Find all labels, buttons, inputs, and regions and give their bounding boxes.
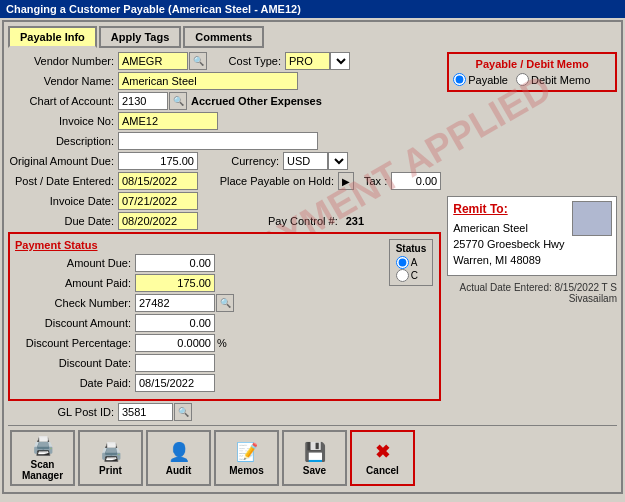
chart-of-account-input[interactable] <box>118 92 168 110</box>
payable-debit-box: Payable / Debit Memo Payable Debit Memo <box>447 52 617 92</box>
status-a-radio-input[interactable] <box>396 256 409 269</box>
cost-type-dropdown[interactable] <box>330 52 350 70</box>
status-group-label: Status <box>396 243 427 254</box>
status-group: Status A C <box>389 239 434 286</box>
pay-control-label: Pay Control #: <box>268 215 342 227</box>
discount-pct-label: Discount Percentage: <box>15 337 135 349</box>
discount-date-input[interactable] <box>135 354 215 372</box>
bottom-bar: 🖨️ ScanManager 🖨️ Print 👤 Audit 📝 Memos … <box>8 425 617 488</box>
description-input[interactable] <box>118 132 318 150</box>
discount-date-label: Discount Date: <box>15 357 135 369</box>
vendor-name-label: Vendor Name: <box>8 75 118 87</box>
place-on-hold-label: Place Payable on Hold: <box>208 175 338 187</box>
vendor-name-input[interactable] <box>118 72 298 90</box>
payable-radio-input[interactable] <box>453 73 466 86</box>
debit-memo-radio-input[interactable] <box>516 73 529 86</box>
scan-manager-label: ScanManager <box>22 459 63 481</box>
invoice-date-label: Invoice Date: <box>8 195 118 207</box>
save-button[interactable]: 💾 Save <box>282 430 347 486</box>
vendor-number-input[interactable] <box>118 52 188 70</box>
tabs-row: Payable Info Apply Tags Comments <box>8 26 617 48</box>
tax-label: Tax : <box>364 175 391 187</box>
gl-post-id-label: GL Post ID: <box>38 406 118 418</box>
title-bar: Changing a Customer Payable (American St… <box>0 0 625 18</box>
tab-payable-info[interactable]: Payable Info <box>8 26 97 48</box>
gl-post-id-search[interactable]: 🔍 <box>174 403 192 421</box>
currency-label: Currency: <box>218 155 283 167</box>
memos-button[interactable]: 📝 Memos <box>214 430 279 486</box>
payable-debit-radios: Payable Debit Memo <box>453 73 611 86</box>
scan-manager-icon: 🖨️ <box>32 435 54 457</box>
tab-comments[interactable]: Comments <box>183 26 264 48</box>
check-number-search[interactable]: 🔍 <box>216 294 234 312</box>
remit-box: Remit To: American Steel 25770 Groesbeck… <box>447 196 617 276</box>
check-number-input[interactable] <box>135 294 215 312</box>
payment-status-box: Payment Status Status A C Amount Due: <box>8 232 441 401</box>
print-icon: 🖨️ <box>100 441 122 463</box>
invoice-no-input[interactable] <box>118 112 218 130</box>
chart-of-account-search[interactable]: 🔍 <box>169 92 187 110</box>
date-paid-input[interactable] <box>135 374 215 392</box>
amount-due-input[interactable] <box>135 254 215 272</box>
discount-amount-label: Discount Amount: <box>15 317 135 329</box>
amount-due-label: Amount Due: <box>15 257 135 269</box>
payable-radio[interactable]: Payable <box>453 73 508 86</box>
hold-arrow-button[interactable]: ▶ <box>338 172 354 190</box>
cancel-label: Cancel <box>366 465 399 476</box>
post-date-input[interactable] <box>118 172 198 190</box>
currency-input[interactable] <box>283 152 328 170</box>
main-container: Payable Info Apply Tags Comments PAYMENT… <box>2 20 623 494</box>
vendor-number-search[interactable]: 🔍 <box>189 52 207 70</box>
debit-memo-radio[interactable]: Debit Memo <box>516 73 590 86</box>
cost-type-label: Cost Type: <box>215 55 285 67</box>
status-c-radio-input[interactable] <box>396 269 409 282</box>
remit-line3: Warren, MI 48089 <box>453 252 611 268</box>
save-label: Save <box>303 465 326 476</box>
save-icon: 💾 <box>304 441 326 463</box>
amount-paid-input[interactable] <box>135 274 215 292</box>
invoice-no-label: Invoice No: <box>8 115 118 127</box>
cancel-icon: ✖ <box>375 441 390 463</box>
currency-dropdown[interactable] <box>328 152 348 170</box>
print-button[interactable]: 🖨️ Print <box>78 430 143 486</box>
right-panel: Payable / Debit Memo Payable Debit Memo … <box>447 52 617 401</box>
original-amount-label: Original Amount Due: <box>8 155 118 167</box>
actual-date-row: Actual Date Entered: 8/15/2022 T S Sivas… <box>447 282 617 304</box>
pay-control-value: 231 <box>346 215 364 227</box>
status-c-radio[interactable]: C <box>396 269 427 282</box>
payment-status-title: Payment Status <box>15 239 434 251</box>
memos-label: Memos <box>229 465 263 476</box>
due-date-label: Due Date: <box>8 215 118 227</box>
memos-icon: 📝 <box>236 441 258 463</box>
print-label: Print <box>99 465 122 476</box>
audit-label: Audit <box>166 465 192 476</box>
discount-pct-input[interactable] <box>135 334 215 352</box>
remit-image <box>572 201 612 236</box>
payable-debit-title: Payable / Debit Memo <box>453 58 611 70</box>
check-number-label: Check Number: <box>15 297 135 309</box>
discount-amount-input[interactable] <box>135 314 215 332</box>
audit-button[interactable]: 👤 Audit <box>146 430 211 486</box>
tax-input[interactable] <box>391 172 441 190</box>
vendor-number-label: Vendor Number: <box>8 55 118 67</box>
remit-line2: 25770 Groesbeck Hwy <box>453 236 611 252</box>
cancel-button[interactable]: ✖ Cancel <box>350 430 415 486</box>
discount-pct-suffix: % <box>217 337 227 349</box>
chart-of-account-label: Chart of Account: <box>8 95 118 107</box>
invoice-date-input[interactable] <box>118 192 198 210</box>
description-label: Description: <box>8 135 118 147</box>
accrued-label: Accrued Other Expenses <box>191 95 322 107</box>
post-date-label: Post / Date Entered: <box>8 175 118 187</box>
scan-manager-button[interactable]: 🖨️ ScanManager <box>10 430 75 486</box>
tab-apply-tags[interactable]: Apply Tags <box>99 26 181 48</box>
cost-type-input[interactable] <box>285 52 330 70</box>
amount-paid-label: Amount Paid: <box>15 277 135 289</box>
gl-post-id-input[interactable] <box>118 403 173 421</box>
date-paid-label: Date Paid: <box>15 377 135 389</box>
original-amount-input[interactable] <box>118 152 198 170</box>
due-date-input[interactable] <box>118 212 198 230</box>
audit-icon: 👤 <box>168 441 190 463</box>
status-a-radio[interactable]: A <box>396 256 427 269</box>
